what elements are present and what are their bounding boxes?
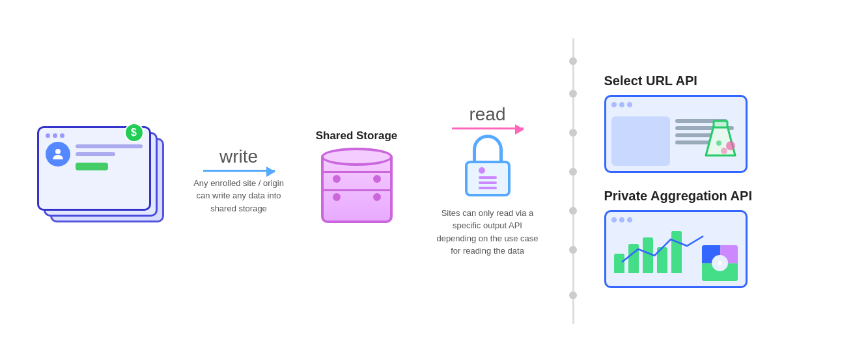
db-cylinder: [321, 148, 393, 232]
card-dot-2: [53, 133, 57, 138]
db-dot-3: [373, 175, 381, 183]
card-line-2: [76, 152, 116, 156]
divider-dot-1: [569, 57, 577, 65]
db-body: [321, 157, 393, 223]
db-dot-2: [333, 193, 341, 201]
keyhole-line-1: [479, 176, 497, 179]
diagram-container: $: [18, 15, 851, 347]
keyhole-line-3: [479, 187, 497, 189]
db-top-ellipse: [321, 148, 393, 166]
agg-illustration: [604, 210, 748, 288]
read-desc: Sites can only read via a specific outpu…: [436, 207, 540, 258]
select-url-illustration: [604, 95, 748, 173]
write-arrow-row: write: [203, 146, 275, 172]
svg-point-9: [718, 261, 721, 265]
lock-body: [465, 161, 511, 196]
divider-dot-5: [569, 207, 577, 215]
card-btn: [76, 163, 108, 170]
lock-icon: [462, 135, 514, 196]
card-dot-1: [46, 133, 50, 138]
db-dot-1: [333, 175, 341, 183]
write-label: write: [219, 146, 258, 167]
db-dot-4: [373, 193, 381, 201]
svg-point-5: [716, 140, 721, 146]
card-body: [46, 142, 143, 170]
write-desc: Any enrolled site / origin can write any…: [187, 177, 291, 215]
url-dots: [611, 102, 632, 107]
url-dot-2: [619, 102, 624, 107]
agg-dot-2: [619, 217, 624, 222]
write-arrow: [203, 170, 275, 172]
divider-dot-4: [569, 168, 577, 176]
read-arrow: [452, 127, 524, 129]
line-chart: [615, 226, 707, 272]
svg-point-4: [721, 148, 727, 154]
storage-label: Shared Storage: [316, 129, 398, 142]
write-flow-step: write Any enrolled site / origin can wri…: [187, 146, 291, 215]
divider-dot-2: [569, 90, 577, 98]
url-dot-1: [611, 102, 617, 107]
flask-icon: [699, 120, 742, 168]
keyhole-line-2: [479, 181, 497, 184]
keyhole-lines: [479, 167, 497, 189]
select-url-title: Select URL API: [604, 74, 809, 88]
keyhole-dot: [479, 167, 485, 174]
storage-section: Shared Storage: [301, 129, 412, 232]
cards-stack: $: [37, 126, 167, 230]
read-arrow-row: read: [452, 104, 524, 129]
divider: [572, 38, 574, 324]
avatar-circle: [46, 142, 70, 167]
left-section: $: [18, 126, 187, 235]
card-front: $: [37, 126, 151, 211]
select-url-api-item: Select URL API: [604, 74, 809, 173]
card-lines: [76, 144, 143, 170]
divider-dot-3: [569, 129, 577, 137]
right-section: Select URL API: [594, 74, 809, 288]
card-dot-3: [60, 133, 64, 138]
svg-point-3: [726, 141, 735, 150]
divider-dot-6: [569, 246, 577, 254]
svg-marker-1: [706, 126, 735, 155]
private-agg-title: Private Aggregation API: [604, 189, 809, 204]
private-agg-api-item: Private Aggregation API: [604, 189, 809, 288]
dollar-badge: $: [124, 123, 144, 142]
db-stripe-2: [324, 189, 390, 191]
read-label: read: [469, 104, 505, 125]
card-line-1: [76, 144, 143, 148]
svg-point-0: [55, 149, 61, 154]
db-stripe-1: [324, 171, 390, 173]
url-left-panel: [611, 116, 670, 166]
agg-dot-3: [627, 217, 632, 222]
svg-rect-2: [714, 121, 727, 127]
url-dot-3: [627, 102, 632, 107]
agg-dots: [611, 217, 740, 222]
agg-dot-1: [611, 217, 617, 222]
read-flow-step: read Sites can only read via a specific …: [423, 104, 553, 258]
divider-dot-7: [569, 291, 577, 299]
pie-chart: [702, 245, 738, 281]
lock-shackle: [473, 135, 503, 161]
